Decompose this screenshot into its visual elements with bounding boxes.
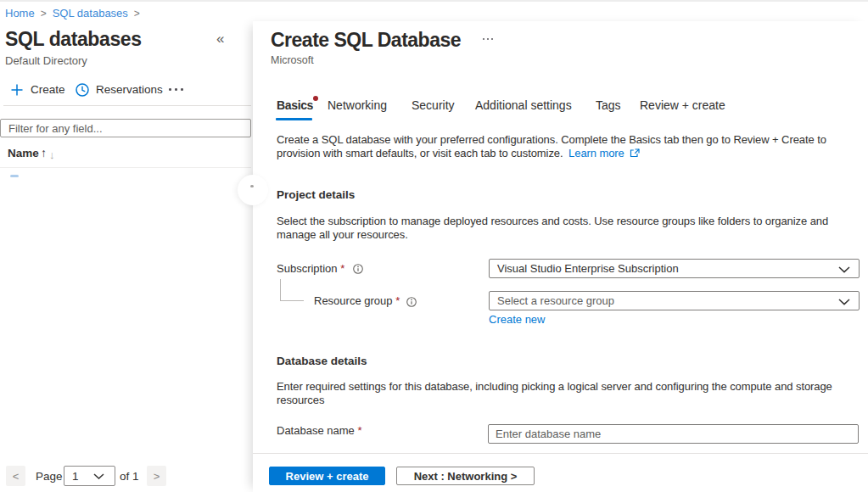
publisher-label: Microsoft	[271, 54, 314, 66]
basics-tab-badge	[313, 96, 318, 101]
subscription-dropdown-value: Visual Studio Enterprise Subscription	[497, 262, 679, 275]
database-details-line2: resources	[277, 394, 324, 406]
create-new-resource-group-link[interactable]: Create new	[489, 313, 545, 326]
field-connector-horizontal	[280, 300, 304, 301]
tab-additional-settings[interactable]: Additional settings	[475, 98, 572, 112]
toolbar-divider	[3, 105, 251, 106]
breadcrumb-separator-icon: >	[128, 8, 146, 20]
resource-group-dropdown[interactable]: Select a resource group	[489, 291, 860, 310]
database-details-heading: Database details	[277, 355, 367, 367]
database-name-label-text: Database name	[277, 424, 355, 437]
chevron-down-icon	[838, 299, 850, 305]
azure-portal-page: Home > SQL databases > SQL databases « D…	[0, 0, 868, 492]
list-item-ghost	[10, 175, 19, 177]
subscription-info-icon[interactable]	[353, 264, 363, 274]
table-header-divider	[0, 167, 251, 168]
breadcrumb-separator-icon: >	[35, 8, 53, 20]
active-tab-underline	[276, 118, 312, 120]
collapse-blade-icon[interactable]: «	[216, 31, 224, 48]
blade-resize-handle-dot	[250, 185, 254, 187]
subscription-label: Subscription *	[277, 262, 344, 275]
left-blade-subtitle: Default Directory	[5, 54, 87, 67]
pagination-of-label: of 1	[120, 470, 139, 484]
filter-input[interactable]	[0, 119, 251, 137]
reservations-button-label: Reservations	[96, 83, 163, 96]
project-details-line2: manage all your resources.	[277, 228, 408, 241]
next-networking-button[interactable]: Next : Networking >	[396, 467, 535, 485]
resource-group-label: Resource group *	[314, 294, 400, 307]
pagination-page-label: Page	[36, 470, 63, 484]
clock-icon	[76, 83, 89, 97]
create-button-label: Create	[31, 83, 65, 96]
sort-ascending-icon: ↑	[41, 146, 47, 159]
intro-text-line1: Create a SQL database with your preferre…	[277, 133, 826, 146]
chevron-down-icon	[93, 473, 104, 479]
top-chrome-divider	[0, 0, 868, 2]
tab-security[interactable]: Security	[412, 98, 455, 112]
previous-page-button[interactable]: <	[6, 466, 25, 486]
subscription-required-asterisk: *	[340, 262, 344, 275]
footer-divider	[253, 453, 868, 454]
next-page-button[interactable]: >	[147, 466, 166, 486]
main-blade-title: Create SQL Database	[271, 29, 461, 51]
subscription-dropdown[interactable]: Visual Studio Enterprise Subscription	[489, 259, 860, 278]
project-details-heading: Project details	[277, 188, 355, 201]
blade-context-menu-button[interactable]	[483, 38, 493, 40]
breadcrumb-sql-databases-link[interactable]: SQL databases	[53, 7, 128, 20]
name-column-header[interactable]: Name	[8, 147, 39, 159]
database-name-label: Database name *	[277, 424, 361, 437]
tab-networking[interactable]: Networking	[328, 98, 387, 112]
database-name-input[interactable]	[488, 424, 859, 444]
tab-tags[interactable]: Tags	[596, 98, 621, 112]
external-link-icon	[630, 148, 640, 158]
page-number-value: 1	[72, 470, 79, 483]
intro-text-line2: provision with smart defaults, or visit …	[277, 147, 640, 159]
breadcrumb-home-link[interactable]: Home	[5, 7, 35, 20]
sort-descending-icon: ↓	[49, 148, 55, 161]
resource-group-required-asterisk: *	[395, 294, 400, 307]
tab-basics[interactable]: Basics	[277, 98, 313, 112]
intro-text-line2-text: provision with smart defaults, or visit …	[277, 147, 563, 159]
breadcrumb: Home > SQL databases >	[5, 7, 146, 20]
review-create-button[interactable]: Review + create	[269, 467, 385, 485]
database-details-line1: Enter required settings for this databas…	[277, 380, 832, 393]
resource-group-label-text: Resource group	[314, 294, 393, 307]
tab-review-create[interactable]: Review + create	[640, 98, 725, 112]
toolbar-more-button[interactable]	[169, 88, 183, 91]
left-blade-title: SQL databases	[5, 28, 142, 50]
plus-icon	[11, 84, 23, 96]
learn-more-link[interactable]: Learn more	[568, 147, 624, 159]
page-number-select[interactable]: 1	[64, 466, 115, 486]
project-details-line1: Select the subscription to manage deploy…	[277, 215, 828, 227]
resource-group-dropdown-placeholder: Select a resource group	[497, 294, 614, 307]
create-sql-database-blade	[253, 21, 868, 492]
field-connector-vertical	[280, 279, 281, 301]
chevron-down-icon	[838, 266, 850, 273]
database-name-required-asterisk: *	[357, 424, 361, 437]
resource-group-info-icon[interactable]	[406, 297, 417, 307]
subscription-label-text: Subscription	[277, 262, 338, 275]
blade-resize-handle[interactable]	[238, 175, 268, 205]
